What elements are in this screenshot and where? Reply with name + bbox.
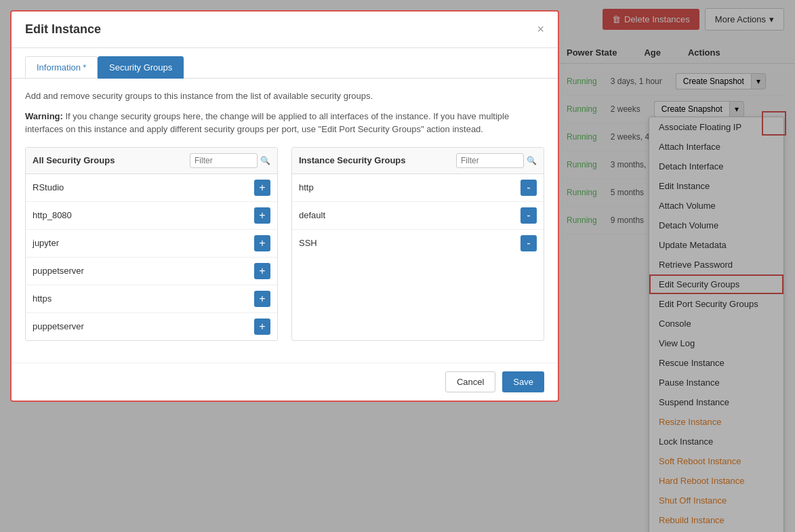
search-icon: 🔍 bbox=[527, 156, 537, 165]
instance-sg-filter: 🔍 bbox=[456, 153, 537, 168]
sg-name: jupyter bbox=[33, 238, 59, 248]
list-item: http_8080 + bbox=[26, 202, 277, 230]
remove-sg-button[interactable]: - bbox=[521, 207, 537, 224]
sg-name: http bbox=[299, 182, 314, 192]
security-groups-columns: All Security Groups 🔍 RStudio + http_808… bbox=[25, 147, 544, 341]
instance-sg-list: http - default - SSH - bbox=[292, 174, 544, 257]
list-item: default - bbox=[292, 202, 544, 230]
add-sg-button[interactable]: + bbox=[254, 263, 270, 279]
modal-footer: Cancel Save bbox=[12, 363, 558, 401]
sg-name: SSH bbox=[299, 238, 317, 248]
modal-header: Edit Instance × bbox=[12, 12, 558, 48]
add-sg-button[interactable]: + bbox=[254, 207, 270, 224]
warning-body: If you change security groups here, the … bbox=[25, 111, 509, 135]
sg-name: RStudio bbox=[33, 182, 64, 192]
info-text: Add and remove security groups to this i… bbox=[25, 89, 544, 103]
sg-name: puppetserver bbox=[33, 266, 84, 276]
instance-sg-title: Instance Security Groups bbox=[299, 155, 406, 165]
sg-name: default bbox=[299, 210, 325, 220]
warning-label: Warning: bbox=[25, 111, 63, 121]
modal-tabs: Information * Security Groups bbox=[12, 48, 558, 79]
add-sg-button[interactable]: + bbox=[254, 291, 270, 307]
instance-sg-header: Instance Security Groups 🔍 bbox=[292, 148, 544, 174]
sg-name: http_8080 bbox=[33, 210, 72, 220]
modal-title: Edit Instance bbox=[25, 22, 101, 37]
all-sg-header: All Security Groups 🔍 bbox=[26, 148, 277, 174]
instance-sg-filter-input[interactable] bbox=[456, 153, 524, 168]
sg-name: puppetserver bbox=[33, 321, 84, 331]
tab-information[interactable]: Information * bbox=[25, 56, 98, 79]
cancel-button[interactable]: Cancel bbox=[445, 371, 495, 392]
sg-name: https bbox=[33, 293, 52, 304]
list-item: puppetserver + bbox=[26, 258, 277, 285]
tab-information-label: Information bbox=[37, 62, 81, 73]
modal-body: Add and remove security groups to this i… bbox=[12, 79, 558, 363]
all-sg-title: All Security Groups bbox=[33, 155, 115, 165]
modal-close-button[interactable]: × bbox=[537, 22, 544, 37]
add-sg-button[interactable]: + bbox=[254, 180, 270, 196]
list-item: https + bbox=[26, 285, 277, 313]
add-sg-button[interactable]: + bbox=[254, 235, 270, 251]
list-item: RStudio + bbox=[26, 174, 277, 202]
add-sg-button[interactable]: + bbox=[254, 319, 270, 335]
all-sg-filter-input[interactable] bbox=[190, 153, 258, 168]
remove-sg-button[interactable]: - bbox=[521, 180, 537, 196]
search-icon: 🔍 bbox=[260, 156, 270, 165]
all-sg-filter: 🔍 bbox=[190, 153, 270, 168]
list-item: http - bbox=[292, 174, 544, 202]
tab-asterisk: * bbox=[81, 63, 86, 73]
remove-sg-button[interactable]: - bbox=[521, 235, 537, 251]
list-item: jupyter + bbox=[26, 230, 277, 258]
list-item: SSH - bbox=[292, 230, 544, 257]
list-item: puppetserver + bbox=[26, 313, 277, 340]
edit-instance-modal: Edit Instance × Information * Security G… bbox=[10, 10, 559, 402]
all-security-groups-column: All Security Groups 🔍 RStudio + http_808… bbox=[25, 147, 278, 341]
instance-security-groups-column: Instance Security Groups 🔍 http - defaul… bbox=[291, 147, 544, 341]
tab-security-groups-label: Security Groups bbox=[109, 62, 172, 73]
warning-text: Warning: If you change security groups h… bbox=[25, 110, 544, 136]
save-button[interactable]: Save bbox=[502, 371, 544, 392]
tab-security-groups[interactable]: Security Groups bbox=[98, 56, 184, 79]
all-sg-list: RStudio + http_8080 + jupyter + puppetse… bbox=[26, 174, 277, 340]
